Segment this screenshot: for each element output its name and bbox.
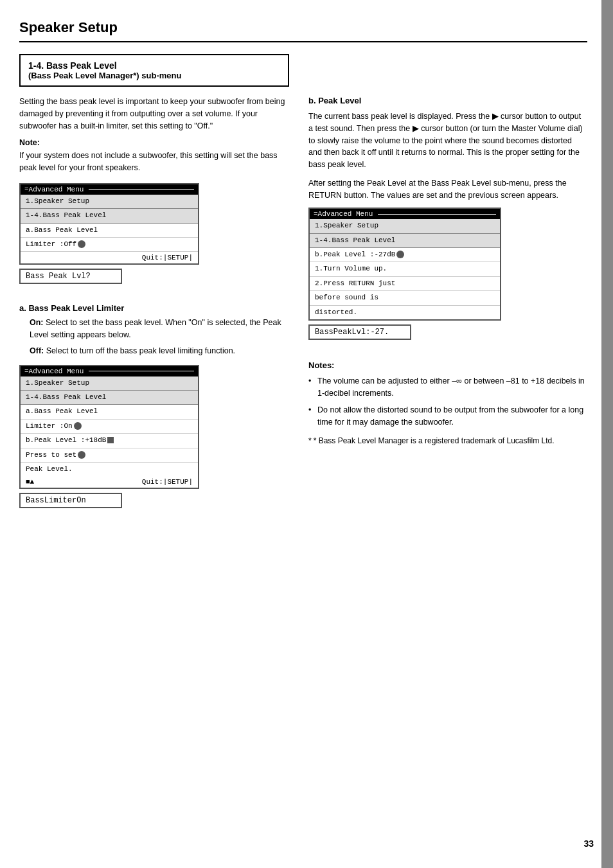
screen3-row4d: distorted. bbox=[310, 306, 500, 319]
trademark-note: ** Bass Peak Level Manager is a register… bbox=[308, 435, 587, 447]
off-description: Off: Select to turn off the bass peak le… bbox=[19, 345, 289, 357]
screen-mockup-2: =Advanced Menu 1.Speaker Setup 1-4.Bass … bbox=[19, 365, 199, 490]
lcd-display-1: Bass Peak Lvl? bbox=[19, 269, 122, 284]
notes-list: The volume can be adjusted to either –∞ … bbox=[308, 375, 587, 429]
circle-icon-3 bbox=[78, 451, 85, 459]
section-header-box: 1-4. Bass Peak Level (Bass Peak Level Ma… bbox=[19, 54, 289, 87]
sub-heading-a: a. Bass Peak Level Limiter bbox=[19, 303, 289, 313]
notes-heading: Notes: bbox=[308, 360, 587, 370]
two-column-layout: Setting the bass peak level is important… bbox=[19, 96, 587, 518]
screen3-row1: 1.Speaker Setup bbox=[310, 219, 500, 233]
circle-icon-4 bbox=[396, 251, 404, 258]
note-heading: Note: bbox=[19, 138, 289, 147]
square-icon-1 bbox=[107, 437, 114, 443]
circle-icon-2 bbox=[74, 422, 82, 430]
col-right: b. Peak Level The current bass peak leve… bbox=[308, 96, 587, 518]
screen3-row2: 1-4.Bass Peak Level bbox=[310, 234, 500, 248]
trademark-text: * Bass Peak Level Manager is a registere… bbox=[314, 436, 555, 445]
screen1-row3a: a.Bass Peak Level bbox=[21, 224, 198, 238]
right-sub-heading-b: b. Peak Level bbox=[308, 96, 587, 105]
menu-bar-label-2: =Advanced Menu bbox=[24, 368, 84, 375]
right-body-text-1: The current bass peak level is displayed… bbox=[308, 111, 587, 171]
note-text: If your system does not include a subwoo… bbox=[19, 150, 289, 174]
menu-bar-3: =Advanced Menu bbox=[310, 209, 500, 219]
screen3-row3: b.Peak Level :-27dB bbox=[310, 248, 500, 262]
menu-bar-label-1: =Advanced Menu bbox=[24, 186, 84, 193]
circle-icon-1 bbox=[78, 240, 85, 248]
screen3-row4c: before sound is bbox=[310, 291, 500, 305]
menu-bar-line-1 bbox=[89, 189, 194, 190]
col-left: Setting the bass peak level is important… bbox=[19, 96, 289, 518]
screen1-quit: Quit:|SETUP| bbox=[21, 251, 198, 263]
screen2-icons: ■▲ bbox=[26, 478, 34, 486]
menu-bar-2: =Advanced Menu bbox=[21, 366, 198, 376]
section-title-line1: 1-4. Bass Peak Level bbox=[28, 60, 280, 71]
note-item-2: Do not allow the distorted sound to be o… bbox=[308, 404, 587, 429]
lcd-display-2: BassLimiterOn bbox=[19, 493, 122, 508]
screen2-row2: 1-4.Bass Peak Level bbox=[21, 391, 198, 405]
screen2-row5a: Press to set bbox=[21, 448, 198, 463]
on-description: On: Select to set the bass peak level. W… bbox=[19, 317, 289, 341]
screen2-row4: b.Peak Level :+18dB bbox=[21, 434, 198, 448]
trademark-star: * bbox=[308, 436, 312, 445]
menu-bar-line-3 bbox=[378, 214, 496, 215]
screen-mockup-1: =Advanced Menu 1.Speaker Setup 1-4.Bass … bbox=[19, 183, 199, 265]
page-number: 33 bbox=[583, 838, 594, 849]
screen2-quit: Quit:|SETUP| bbox=[142, 478, 193, 486]
note-item-1: The volume can be adjusted to either –∞ … bbox=[308, 375, 587, 400]
screen2-row1: 1.Speaker Setup bbox=[21, 376, 198, 391]
section-title-line2: (Bass Peak Level Manager*) sub-menu bbox=[28, 71, 280, 80]
screen1-row3b: Limiter :Off bbox=[21, 238, 198, 251]
screen2-row3b: Limiter :On bbox=[21, 420, 198, 434]
menu-bar-1: =Advanced Menu bbox=[21, 184, 198, 195]
screen3-row4a: 1.Turn Volume up. bbox=[310, 262, 500, 276]
screen2-icon-row: ■▲ Quit:|SETUP| bbox=[21, 476, 198, 488]
page-container: Speaker Setup 1-4. Bass Peak Level (Bass… bbox=[0, 0, 613, 868]
page-title: Speaker Setup bbox=[19, 19, 587, 42]
menu-bar-line-2 bbox=[89, 371, 194, 371]
screen1-row2: 1-4.Bass Peak Level bbox=[21, 209, 198, 223]
screen-mockup-3: =Advanced Menu 1.Speaker Setup 1-4.Bass … bbox=[308, 208, 501, 321]
sidebar-bar bbox=[601, 0, 613, 868]
lcd-display-3: BassPeakLvl:-27. bbox=[308, 324, 411, 340]
screen1-row1: 1.Speaker Setup bbox=[21, 195, 198, 209]
screen3-row4b: 2.Press RETURN just bbox=[310, 277, 500, 291]
right-body-text-2: After setting the Peak Level at the Bass… bbox=[308, 177, 587, 202]
screen2-row5b: Peak Level. bbox=[21, 463, 198, 476]
body-text: Setting the bass peak level is important… bbox=[19, 96, 289, 132]
screen2-row3a: a.Bass Peak Level bbox=[21, 405, 198, 419]
menu-bar-label-3: =Advanced Menu bbox=[314, 210, 373, 218]
